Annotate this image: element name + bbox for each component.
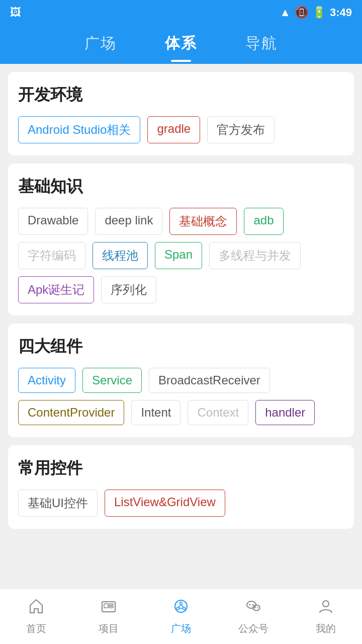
nav-square[interactable]: 广场 — [145, 598, 217, 635]
tag-intent[interactable]: Intent — [131, 400, 180, 425]
section-common-controls-tags: 基础UI控件 ListView&GridView — [18, 490, 344, 517]
svg-point-11 — [247, 601, 256, 608]
section-basic-knowledge-tags: Drawable deep link 基础概念 adb 字符编码 线程池 Spa… — [18, 208, 344, 303]
tag-span[interactable]: Span — [155, 242, 202, 269]
svg-rect-2 — [109, 604, 113, 605]
nav-home[interactable]: 首页 — [0, 598, 72, 635]
tag-adb[interactable]: adb — [244, 208, 283, 235]
svg-point-14 — [252, 604, 254, 606]
tag-context[interactable]: Context — [188, 400, 248, 425]
tag-listview-gridview[interactable]: ListView&GridView — [105, 490, 225, 517]
tag-char-encoding[interactable]: 字符编码 — [18, 242, 85, 269]
wifi-icon: ▲ — [280, 6, 291, 19]
section-dev-env: 开发环境 Android Studio相关 gradle 官方发布 — [8, 72, 354, 155]
tag-serialization[interactable]: 序列化 — [101, 276, 156, 303]
section-common-controls: 常用控件 基础UI控件 ListView&GridView — [8, 445, 354, 529]
tag-basic-concept[interactable]: 基础概念 — [169, 208, 237, 235]
tag-broadcast-receiver[interactable]: BroadcastReceiver — [149, 368, 270, 393]
tab-system[interactable]: 体系 — [141, 25, 221, 64]
section-four-components-tags: Activity Service BroadcastReceiver Conte… — [18, 368, 344, 425]
svg-point-17 — [323, 601, 329, 607]
tag-android-studio[interactable]: Android Studio相关 — [18, 116, 140, 143]
nav-square-label: 广场 — [171, 622, 191, 635]
tag-official-release[interactable]: 官方发布 — [207, 116, 275, 143]
svg-point-15 — [254, 607, 255, 608]
section-basic-knowledge: 基础知识 Drawable deep link 基础概念 adb 字符编码 线程… — [8, 164, 354, 315]
mine-icon — [317, 598, 334, 619]
section-dev-env-tags: Android Studio相关 gradle 官方发布 — [18, 116, 344, 143]
home-icon — [28, 598, 45, 619]
projects-icon — [100, 598, 117, 619]
tag-basic-ui[interactable]: 基础UI控件 — [18, 490, 98, 517]
main-content: 开发环境 Android Studio相关 gradle 官方发布 基础知识 D… — [0, 64, 362, 589]
battery-icon: 🔋 — [312, 6, 326, 19]
svg-rect-1 — [104, 604, 108, 608]
section-four-components-title: 四大组件 — [18, 336, 344, 358]
tab-square[interactable]: 广场 — [60, 25, 141, 64]
tab-nav[interactable]: 导航 — [221, 25, 302, 64]
svg-line-9 — [181, 605, 184, 608]
section-dev-env-title: 开发环境 — [18, 84, 344, 106]
square-icon — [172, 598, 190, 619]
svg-line-8 — [179, 605, 182, 608]
svg-point-6 — [177, 607, 179, 610]
tag-service[interactable]: Service — [82, 368, 142, 393]
svg-rect-3 — [109, 606, 113, 608]
time-display: 3:49 — [330, 6, 352, 19]
bottom-nav: 首页 项目 广场 — [0, 589, 362, 644]
nav-wechat-label: 公众号 — [238, 622, 268, 635]
section-basic-knowledge-title: 基础知识 — [18, 176, 344, 198]
tag-activity[interactable]: Activity — [18, 368, 75, 393]
section-common-controls-title: 常用控件 — [18, 457, 344, 479]
image-icon: 🖼 — [10, 6, 21, 19]
tag-multithreading[interactable]: 多线程与并发 — [209, 242, 301, 269]
svg-point-16 — [257, 607, 258, 608]
section-four-components: 四大组件 Activity Service BroadcastReceiver … — [8, 324, 354, 437]
tab-bar: 广场 体系 导航 — [0, 25, 362, 64]
signal-icon: 📵 — [295, 6, 308, 19]
svg-point-7 — [183, 607, 186, 610]
status-bar-left: 🖼 — [10, 6, 21, 19]
nav-mine-label: 我的 — [316, 622, 336, 635]
nav-home-label: 首页 — [26, 622, 46, 635]
tag-drawable[interactable]: Drawable — [18, 208, 88, 235]
nav-wechat[interactable]: 公众号 — [217, 598, 290, 635]
tag-deeplink[interactable]: deep link — [95, 208, 162, 235]
wechat-icon — [245, 598, 262, 619]
tag-gradle[interactable]: gradle — [147, 116, 200, 143]
nav-projects[interactable]: 项目 — [72, 598, 145, 635]
status-bar-right: ▲ 📵 🔋 3:49 — [280, 6, 352, 19]
svg-point-5 — [180, 602, 183, 605]
nav-projects-label: 项目 — [99, 622, 119, 635]
tag-thread-pool[interactable]: 线程池 — [93, 242, 148, 269]
tag-handler[interactable]: handler — [255, 400, 315, 425]
svg-point-13 — [249, 604, 251, 606]
tag-apk-story[interactable]: Apk诞生记 — [18, 276, 94, 303]
tag-content-provider[interactable]: ContentProvider — [18, 400, 124, 425]
nav-mine[interactable]: 我的 — [290, 598, 362, 635]
status-bar: 🖼 ▲ 📵 🔋 3:49 — [0, 0, 362, 25]
